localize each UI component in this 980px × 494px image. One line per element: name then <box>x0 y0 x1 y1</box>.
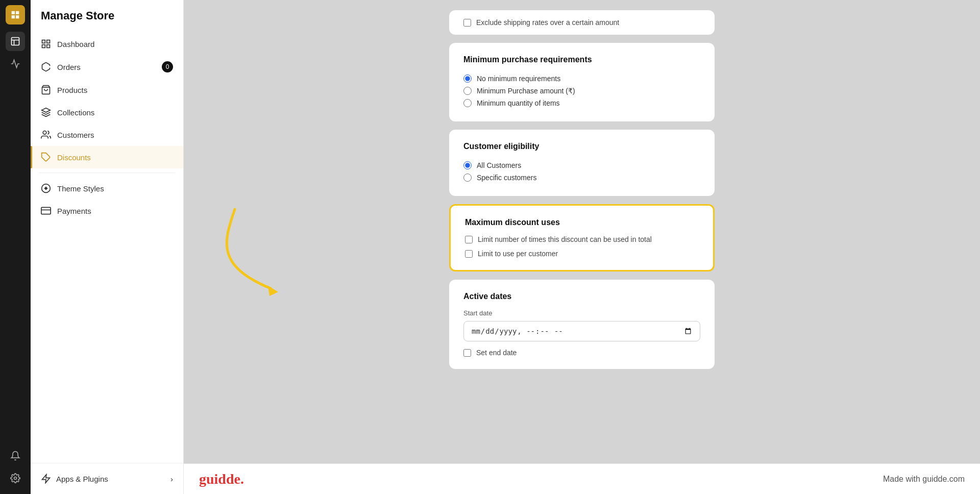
sidebar-item-theme-styles-label: Theme Styles <box>57 184 104 193</box>
sidebar-item-orders-label: Orders <box>57 63 81 71</box>
limit-per-customer-checkbox[interactable] <box>465 250 473 258</box>
svg-point-1 <box>14 477 17 480</box>
min-purchase-option-0: No minimum requirements <box>463 72 700 85</box>
sidebar: Manage Store Dashboard Orders 0 <box>31 0 184 494</box>
customer-eligibility-radio-0[interactable] <box>463 161 472 169</box>
customer-eligibility-option-0: All Customers <box>463 159 700 171</box>
icon-bar-store[interactable] <box>6 32 25 51</box>
sidebar-item-discounts[interactable]: Discounts <box>31 146 183 168</box>
sidebar-item-dashboard[interactable]: Dashboard <box>31 33 183 55</box>
sidebar-item-collections[interactable]: Collections <box>31 101 183 124</box>
icon-bar-settings[interactable] <box>6 468 25 488</box>
sidebar-title: Manage Store <box>31 0 183 29</box>
customer-eligibility-option-1: Specific customers <box>463 171 700 184</box>
min-purchase-label-0: No minimum requirements <box>477 75 560 83</box>
svg-point-8 <box>43 131 46 135</box>
min-purchase-label-1: Minimum Purchase amount (₹) <box>477 87 575 95</box>
shipping-rates-card: Exclude shipping rates over a certain am… <box>449 10 715 35</box>
sidebar-item-customers-label: Customers <box>57 131 94 139</box>
active-dates-card: Active dates Start date Set end date <box>449 280 715 369</box>
apps-plugins-item[interactable]: Apps & Plugins › <box>41 470 173 488</box>
end-date-checkbox[interactable] <box>463 349 471 357</box>
min-purchase-radio-1[interactable] <box>463 87 472 95</box>
sidebar-item-orders[interactable]: Orders 0 <box>31 55 183 79</box>
min-purchase-label-2: Minimum quantity of items <box>477 99 560 107</box>
sidebar-item-products[interactable]: Products <box>31 79 183 101</box>
limit-total-checkbox[interactable] <box>465 236 473 243</box>
svg-rect-4 <box>47 45 50 48</box>
sidebar-item-dashboard-label: Dashboard <box>57 40 94 48</box>
min-purchase-radio-2[interactable] <box>463 99 472 107</box>
guidde-logo: guidde. <box>199 471 244 487</box>
svg-marker-7 <box>42 108 51 112</box>
customer-eligibility-card: Customer eligibility All Customers Speci… <box>449 130 715 196</box>
customer-eligibility-label-1: Specific customers <box>477 174 536 182</box>
sidebar-item-payments-label: Payments <box>57 207 91 215</box>
main-content: Exclude shipping rates over a certain am… <box>184 0 980 494</box>
sidebar-item-customers[interactable]: Customers <box>31 124 183 146</box>
customer-eligibility-title: Customer eligibility <box>463 142 700 151</box>
guidde-logo-text: guidde. <box>199 471 244 487</box>
panels-area: Exclude shipping rates over a certain am… <box>184 0 980 463</box>
customer-eligibility-label-0: All Customers <box>477 161 521 169</box>
svg-marker-13 <box>42 475 50 483</box>
min-purchase-option-1: Minimum Purchase amount (₹) <box>463 85 700 97</box>
customer-eligibility-radio-1[interactable] <box>463 174 472 182</box>
made-with-text: Made with guidde.com <box>883 475 965 484</box>
svg-rect-2 <box>42 40 45 43</box>
sidebar-item-products-label: Products <box>57 86 87 94</box>
svg-rect-5 <box>42 45 45 48</box>
min-purchase-option-2: Minimum quantity of items <box>463 97 700 109</box>
sidebar-item-discounts-label: Discounts <box>57 153 91 162</box>
exclude-shipping-row: Exclude shipping rates over a certain am… <box>463 18 700 27</box>
icon-bar-analytics[interactable] <box>6 54 25 73</box>
min-purchase-title: Minimum purchase requirements <box>463 55 700 64</box>
end-date-row: Set end date <box>463 349 700 357</box>
sidebar-footer: Apps & Plugins › <box>31 463 183 494</box>
limit-total-label: Limit number of times this discount can … <box>478 235 652 243</box>
apps-plugins-label: Apps & Plugins <box>56 475 108 483</box>
end-date-label: Set end date <box>476 349 517 357</box>
max-discount-card: Maximum discount uses Limit number of ti… <box>449 204 715 271</box>
min-purchase-radio-0[interactable] <box>463 75 472 83</box>
icon-bar <box>0 0 31 494</box>
start-date-label: Start date <box>463 309 700 317</box>
icon-bar-notifications[interactable] <box>6 446 25 465</box>
sidebar-item-theme-styles[interactable]: Theme Styles <box>31 177 183 200</box>
max-discount-option-0: Limit number of times this discount can … <box>465 235 699 243</box>
svg-rect-0 <box>12 38 19 45</box>
sidebar-nav: Dashboard Orders 0 Products <box>31 29 183 463</box>
max-discount-title: Maximum discount uses <box>465 218 699 227</box>
limit-per-customer-label: Limit to use per customer <box>478 250 558 258</box>
sidebar-divider <box>39 172 175 173</box>
max-discount-option-1: Limit to use per customer <box>465 250 699 258</box>
sidebar-item-collections-label: Collections <box>57 108 94 117</box>
active-dates-title: Active dates <box>463 292 700 301</box>
min-purchase-card: Minimum purchase requirements No minimum… <box>449 43 715 121</box>
app-logo[interactable] <box>6 5 25 24</box>
orders-badge: 0 <box>162 61 173 72</box>
chevron-right-icon: › <box>170 475 173 483</box>
svg-rect-3 <box>47 40 50 43</box>
sidebar-item-payments[interactable]: Payments <box>31 200 183 222</box>
exclude-shipping-label: Exclude shipping rates over a certain am… <box>476 18 619 27</box>
bottom-bar: guidde. Made with guidde.com <box>184 463 980 494</box>
start-date-input[interactable] <box>463 321 700 341</box>
exclude-shipping-checkbox[interactable] <box>463 19 471 27</box>
svg-rect-11 <box>41 207 51 214</box>
